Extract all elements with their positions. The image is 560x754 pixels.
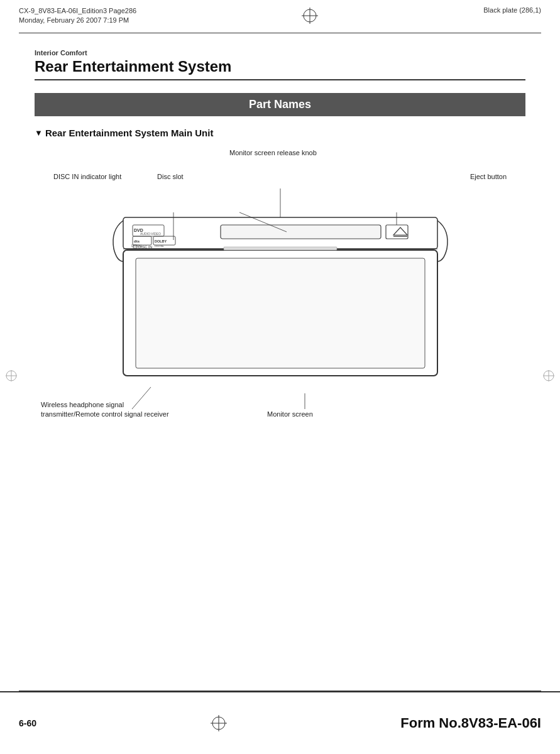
page-number: 6-60	[19, 718, 36, 728]
svg-text:dts: dts	[134, 239, 140, 243]
header-file-info: CX-9_8V83-EA-06I_Edition3 Page286	[19, 6, 136, 16]
left-page-mark	[5, 369, 18, 385]
subsection-title: Rear Entertainment System Main Unit	[35, 128, 525, 138]
svg-text:DOLBY: DOLBY	[155, 239, 167, 243]
unit-diagram: DVD AUDIO·VIDEO dts DIGITAL SURROUND DOL…	[104, 180, 456, 387]
footer-crosshair	[209, 714, 228, 733]
label-monitor-release: Monitor screen release knob	[229, 148, 317, 157]
svg-rect-29	[224, 247, 337, 250]
footer-form-number: Form No.8V83-EA-06I	[400, 715, 541, 731]
page-footer: 6-60 Form No.8V83-EA-06I	[0, 691, 560, 754]
header-left: CX-9_8V83-EA-06I_Edition3 Page286 Monday…	[19, 6, 136, 26]
svg-text:DIGITAL: DIGITAL	[155, 244, 165, 248]
header-crosshair-top	[300, 6, 319, 25]
svg-rect-22	[221, 225, 381, 239]
svg-marker-24	[393, 227, 407, 235]
label-eject-button: Eject button	[470, 172, 507, 181]
header-date: Monday, February 26 2007 7:19 PM	[19, 16, 136, 25]
right-page-mark	[542, 369, 555, 385]
label-monitor-screen: Monitor screen	[267, 410, 313, 418]
page-title: Rear Entertainment System	[35, 58, 525, 80]
svg-rect-28	[136, 258, 425, 368]
diagram-container: Monitor screen release knob DISC IN indi…	[35, 148, 525, 425]
content-area: Interior Comfort Rear Entertainment Syst…	[35, 38, 525, 425]
section-label: Interior Comfort	[35, 49, 525, 57]
label-wireless-headphone: Wireless headphone signal transmitter/Re…	[41, 400, 179, 418]
top-border	[19, 33, 541, 33]
part-names-banner: Part Names	[35, 93, 525, 116]
page-header: CX-9_8V83-EA-06I_Edition3 Page286 Monday…	[19, 6, 541, 26]
header-plate-info: Black plate (286,1)	[483, 6, 541, 14]
svg-text:AUDIO·VIDEO: AUDIO·VIDEO	[140, 232, 161, 236]
svg-text:DISC IN: DISC IN	[138, 245, 152, 249]
